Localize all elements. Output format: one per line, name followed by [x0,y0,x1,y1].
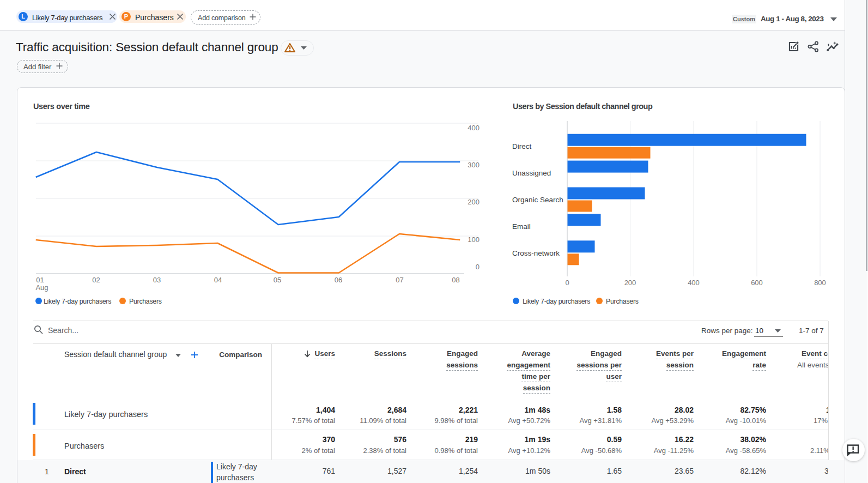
svg-text:800: 800 [814,279,826,287]
svg-text:400: 400 [468,124,479,132]
svg-text:04: 04 [214,276,222,284]
svg-text:200: 200 [468,198,479,206]
svg-text:Aug: Aug [35,283,48,292]
svg-text:0: 0 [565,279,569,287]
svg-text:400: 400 [688,279,700,287]
svg-text:06: 06 [335,276,342,284]
svg-text:08: 08 [452,276,459,284]
svg-text:03: 03 [153,276,161,284]
svg-text:0: 0 [476,263,479,271]
svg-text:100: 100 [468,236,479,244]
svg-text:01: 01 [36,276,44,284]
svg-text:02: 02 [92,276,100,284]
svg-text:600: 600 [751,279,763,287]
svg-text:07: 07 [396,276,403,284]
svg-text:05: 05 [274,276,281,284]
svg-text:300: 300 [468,161,479,169]
svg-text:200: 200 [624,279,636,287]
